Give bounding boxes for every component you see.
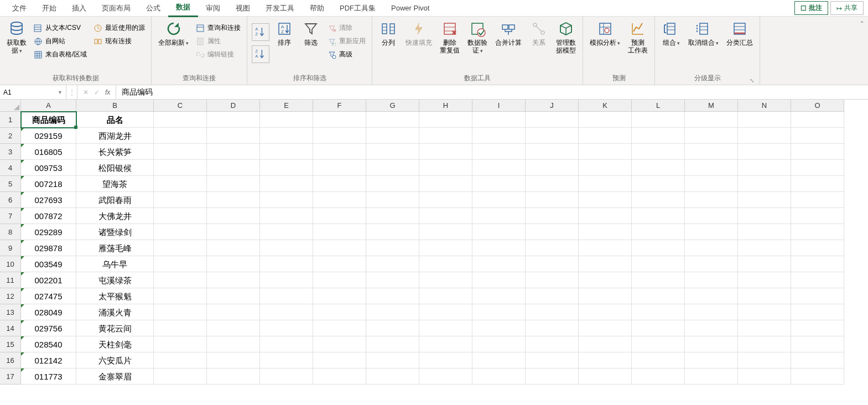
row-header-8[interactable]: 8: [0, 224, 21, 240]
cell-C5[interactable]: [154, 176, 207, 192]
select-all-corner[interactable]: [0, 100, 21, 112]
cell-L17[interactable]: [632, 368, 685, 385]
text-to-columns-button[interactable]: 分列: [377, 19, 400, 48]
cell-J6[interactable]: [526, 192, 579, 208]
cell-E8[interactable]: [260, 224, 313, 240]
cell-M12[interactable]: [685, 288, 738, 304]
cell-M10[interactable]: [685, 256, 738, 272]
row-header-7[interactable]: 7: [0, 208, 21, 224]
cell-O9[interactable]: [791, 240, 844, 256]
cell-G5[interactable]: [366, 176, 419, 192]
tab-插入[interactable]: 插入: [64, 0, 94, 17]
cell-K8[interactable]: [579, 224, 632, 240]
cell-E11[interactable]: [260, 272, 313, 288]
cell-A1[interactable]: 商品编码: [21, 112, 76, 128]
cell-H1[interactable]: [419, 112, 472, 128]
cell-J13[interactable]: [526, 304, 579, 320]
cell-N6[interactable]: [738, 192, 791, 208]
cell-I8[interactable]: [472, 224, 526, 240]
cell-I7[interactable]: [472, 208, 526, 224]
cell-C16[interactable]: [154, 352, 207, 368]
cell-M2[interactable]: [685, 128, 738, 144]
cell-K7[interactable]: [579, 208, 632, 224]
cell-C9[interactable]: [154, 240, 207, 256]
cell-N13[interactable]: [738, 304, 791, 320]
cell-B2[interactable]: 西湖龙井: [76, 128, 154, 144]
cell-G11[interactable]: [366, 272, 419, 288]
cell-J4[interactable]: [526, 160, 579, 176]
row-header-10[interactable]: 10: [0, 256, 21, 272]
cell-H5[interactable]: [419, 176, 472, 192]
cell-B8[interactable]: 诸暨绿剑: [76, 224, 154, 240]
row-header-3[interactable]: 3: [0, 144, 21, 160]
cell-K6[interactable]: [579, 192, 632, 208]
cell-I17[interactable]: [472, 368, 526, 385]
cell-J16[interactable]: [526, 352, 579, 368]
cell-D3[interactable]: [207, 144, 260, 160]
cell-A8[interactable]: 029289: [21, 224, 76, 240]
cell-C1[interactable]: [154, 112, 207, 128]
cell-G9[interactable]: [366, 240, 419, 256]
cell-A4[interactable]: 009753: [21, 160, 76, 176]
cell-N14[interactable]: [738, 320, 791, 336]
cell-O15[interactable]: [791, 336, 844, 352]
cell-D9[interactable]: [207, 240, 260, 256]
cell-N8[interactable]: [738, 224, 791, 240]
cell-H6[interactable]: [419, 192, 472, 208]
cell-F17[interactable]: [313, 368, 366, 385]
name-box[interactable]: A1 ▼: [0, 85, 66, 99]
cell-J17[interactable]: [526, 368, 579, 385]
cell-O14[interactable]: [791, 320, 844, 336]
cell-L7[interactable]: [632, 208, 685, 224]
cell-B16[interactable]: 六安瓜片: [76, 352, 154, 368]
cell-J2[interactable]: [526, 128, 579, 144]
column-header-K[interactable]: K: [579, 100, 632, 112]
cell-O11[interactable]: [791, 272, 844, 288]
cell-K15[interactable]: [579, 336, 632, 352]
cell-L1[interactable]: [632, 112, 685, 128]
cell-I15[interactable]: [472, 336, 526, 352]
cell-N15[interactable]: [738, 336, 791, 352]
cell-H2[interactable]: [419, 128, 472, 144]
share-button[interactable]: ↦ 共享: [830, 1, 864, 15]
cell-H8[interactable]: [419, 224, 472, 240]
group-button[interactable]: 组合: [659, 19, 683, 48]
cell-M3[interactable]: [685, 144, 738, 160]
cell-G15[interactable]: [366, 336, 419, 352]
cell-F16[interactable]: [313, 352, 366, 368]
cell-C2[interactable]: [154, 128, 207, 144]
cell-A6[interactable]: 027693: [21, 192, 76, 208]
tab-文件[interactable]: 文件: [4, 0, 34, 17]
cell-N12[interactable]: [738, 288, 791, 304]
cell-A17[interactable]: 011773: [21, 368, 76, 385]
cell-D16[interactable]: [207, 352, 260, 368]
cell-I11[interactable]: [472, 272, 526, 288]
cell-A12[interactable]: 027475: [21, 288, 76, 304]
cell-C4[interactable]: [154, 160, 207, 176]
column-header-O[interactable]: O: [791, 100, 844, 112]
cell-A10[interactable]: 003549: [21, 256, 76, 272]
cell-O7[interactable]: [791, 208, 844, 224]
cell-F12[interactable]: [313, 288, 366, 304]
cell-C12[interactable]: [154, 288, 207, 304]
cell-G1[interactable]: [366, 112, 419, 128]
cell-B10[interactable]: 乌牛早: [76, 256, 154, 272]
cell-A16[interactable]: 012142: [21, 352, 76, 368]
cell-D15[interactable]: [207, 336, 260, 352]
cell-G4[interactable]: [366, 160, 419, 176]
ungroup-button[interactable]: 取消组合: [686, 19, 721, 48]
cell-E4[interactable]: [260, 160, 313, 176]
enter-icon[interactable]: ✓: [94, 89, 100, 96]
cell-H16[interactable]: [419, 352, 472, 368]
tab-Power Pivot[interactable]: Power Pivot: [383, 1, 437, 15]
cell-D10[interactable]: [207, 256, 260, 272]
subtotal-button[interactable]: 分类汇总: [724, 19, 755, 48]
cell-N9[interactable]: [738, 240, 791, 256]
cell-M14[interactable]: [685, 320, 738, 336]
cell-C15[interactable]: [154, 336, 207, 352]
cell-N1[interactable]: [738, 112, 791, 128]
cell-M15[interactable]: [685, 336, 738, 352]
row-header-9[interactable]: 9: [0, 240, 21, 256]
get-data-button[interactable]: 获取数 据: [4, 19, 29, 56]
tab-数据[interactable]: 数据: [168, 0, 198, 17]
